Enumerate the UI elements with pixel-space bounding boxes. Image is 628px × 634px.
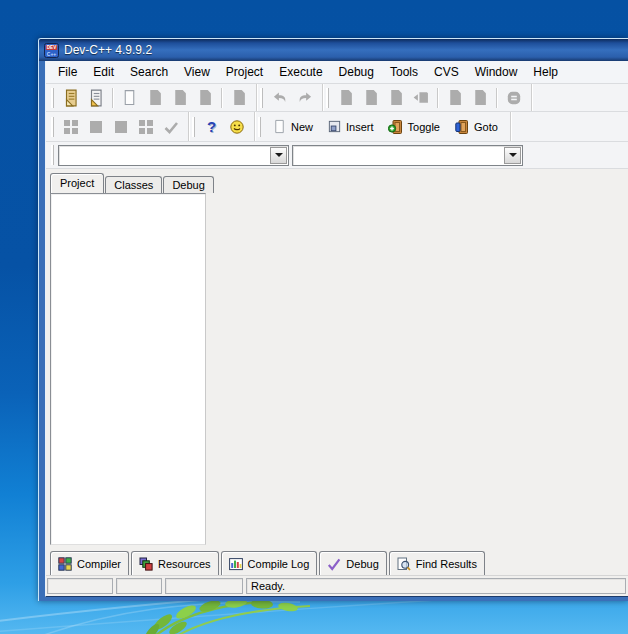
chevron-down-icon bbox=[275, 153, 283, 157]
client-area: Project Classes Debug Compiler Resources bbox=[46, 169, 628, 575]
menu-bar: File Edit Search View Project Execute De… bbox=[46, 61, 628, 84]
status-panel-2 bbox=[116, 578, 162, 594]
class-combobox-dropdown-button[interactable] bbox=[270, 147, 287, 164]
compiler-grid-icon bbox=[58, 557, 72, 571]
compile-button bbox=[333, 86, 358, 110]
about-button[interactable] bbox=[224, 115, 249, 139]
class-browser-toolbar bbox=[46, 142, 628, 169]
new-bookmark-button[interactable]: New bbox=[265, 115, 320, 139]
toggle-bookmark-icon bbox=[388, 119, 404, 135]
profile-analysis-button bbox=[501, 86, 526, 110]
status-panel-3 bbox=[165, 578, 243, 594]
question-mark-icon: ? bbox=[207, 119, 216, 134]
titlebar[interactable]: Dev-C++ 4.9.9.2 bbox=[39, 39, 628, 61]
goto-bookmark-icon bbox=[454, 119, 470, 135]
solid-square-icon-button bbox=[83, 115, 108, 139]
new-bookmark-label: New bbox=[291, 121, 313, 133]
toggle-label: Toggle bbox=[408, 121, 440, 133]
goto-button[interactable]: Goto bbox=[447, 115, 505, 139]
status-bar: Ready. bbox=[46, 575, 628, 596]
devcpp-window: Dev-C++ 4.9.9.2 File Edit Search View Pr… bbox=[38, 38, 628, 601]
menu-item-tools[interactable]: Tools bbox=[382, 62, 426, 82]
menu-item-project[interactable]: Project bbox=[218, 62, 271, 82]
tab-compile-log-label: Compile Log bbox=[248, 558, 310, 570]
run-button bbox=[358, 86, 383, 110]
class-combobox[interactable] bbox=[58, 145, 289, 166]
side-tab-bar: Project Classes Debug bbox=[50, 172, 215, 193]
toggle-button[interactable]: Toggle bbox=[381, 115, 447, 139]
menu-item-cvs[interactable]: CVS bbox=[426, 62, 467, 82]
print-button bbox=[226, 86, 251, 110]
debug-button bbox=[442, 86, 467, 110]
menu-item-file[interactable]: File bbox=[50, 62, 85, 82]
profile-button bbox=[467, 86, 492, 110]
rebuild-all-button bbox=[408, 86, 433, 110]
insert-label: Insert bbox=[346, 121, 374, 133]
compile-log-chart-icon bbox=[229, 557, 243, 571]
main-toolbar bbox=[46, 84, 628, 112]
member-combobox-dropdown-button[interactable] bbox=[504, 147, 521, 164]
bottom-tab-bar: Compiler Resources Compile Log Debug bbox=[50, 549, 487, 575]
blank-page-icon bbox=[272, 119, 287, 134]
toolbar-grip[interactable] bbox=[51, 145, 53, 165]
tab-resources-label: Resources bbox=[158, 558, 211, 570]
goto-label: Goto bbox=[474, 121, 498, 133]
open-button[interactable] bbox=[83, 86, 108, 110]
tab-compile-log[interactable]: Compile Log bbox=[221, 551, 318, 575]
menu-item-help[interactable]: Help bbox=[525, 62, 566, 82]
tab-debug-label: Debug bbox=[346, 558, 378, 570]
new-project-button[interactable] bbox=[58, 86, 83, 110]
compile-and-run-button bbox=[383, 86, 408, 110]
tab-debug[interactable]: Debug bbox=[163, 176, 213, 193]
menu-item-window[interactable]: Window bbox=[467, 62, 526, 82]
toolbar-grip[interactable] bbox=[260, 88, 262, 108]
window-title: Dev-C++ 4.9.9.2 bbox=[64, 43, 152, 57]
chevron-down-icon bbox=[509, 153, 517, 157]
save-all-button bbox=[167, 86, 192, 110]
app-icon[interactable] bbox=[44, 43, 59, 58]
tab-debug-bottom[interactable]: Debug bbox=[319, 551, 386, 575]
status-panel-1 bbox=[47, 578, 113, 594]
insert-button[interactable]: Insert bbox=[320, 115, 381, 139]
desktop: Dev-C++ 4.9.9.2 File Edit Search View Pr… bbox=[0, 0, 628, 634]
toolbar-grip[interactable] bbox=[326, 88, 328, 108]
toolbar-grip[interactable] bbox=[192, 117, 194, 137]
new-source-button[interactable] bbox=[117, 86, 142, 110]
status-message: Ready. bbox=[246, 578, 626, 594]
redo-button bbox=[292, 86, 317, 110]
second-toolbar: ? New Insert Toggle bbox=[46, 112, 628, 142]
tab-find-results[interactable]: Find Results bbox=[389, 551, 485, 575]
close-button bbox=[192, 86, 217, 110]
window-body: File Edit Search View Project Execute De… bbox=[45, 61, 628, 597]
insert-icon bbox=[327, 119, 342, 134]
menu-item-execute[interactable]: Execute bbox=[271, 62, 330, 82]
menu-item-debug[interactable]: Debug bbox=[331, 62, 382, 82]
toolbar-grip[interactable] bbox=[258, 117, 260, 137]
check-icon-button bbox=[158, 115, 183, 139]
save-button bbox=[142, 86, 167, 110]
tab-find-results-label: Find Results bbox=[416, 558, 477, 570]
toolbar-grip[interactable] bbox=[51, 117, 53, 137]
tab-compiler-label: Compiler bbox=[77, 558, 121, 570]
tab-project[interactable]: Project bbox=[50, 173, 104, 193]
resources-stack-icon bbox=[139, 557, 153, 571]
tab-compiler[interactable]: Compiler bbox=[50, 551, 129, 575]
menu-item-search[interactable]: Search bbox=[122, 62, 176, 82]
debug-check-icon bbox=[327, 557, 341, 571]
project-tree-panel[interactable] bbox=[50, 193, 206, 545]
tab-classes[interactable]: Classes bbox=[105, 176, 162, 193]
tab-resources[interactable]: Resources bbox=[131, 551, 219, 575]
toolbar-grip[interactable] bbox=[51, 88, 53, 108]
undo-button bbox=[267, 86, 292, 110]
solid-square-icon-button-2 bbox=[108, 115, 133, 139]
menu-item-view[interactable]: View bbox=[176, 62, 218, 82]
menu-item-edit[interactable]: Edit bbox=[85, 62, 122, 82]
squares-grid-icon-button-2 bbox=[133, 115, 158, 139]
find-results-magnifier-icon bbox=[397, 557, 411, 571]
squares-grid-icon-button bbox=[58, 115, 83, 139]
smiley-icon bbox=[229, 119, 245, 135]
member-combobox[interactable] bbox=[292, 145, 523, 166]
help-button[interactable]: ? bbox=[199, 115, 224, 139]
